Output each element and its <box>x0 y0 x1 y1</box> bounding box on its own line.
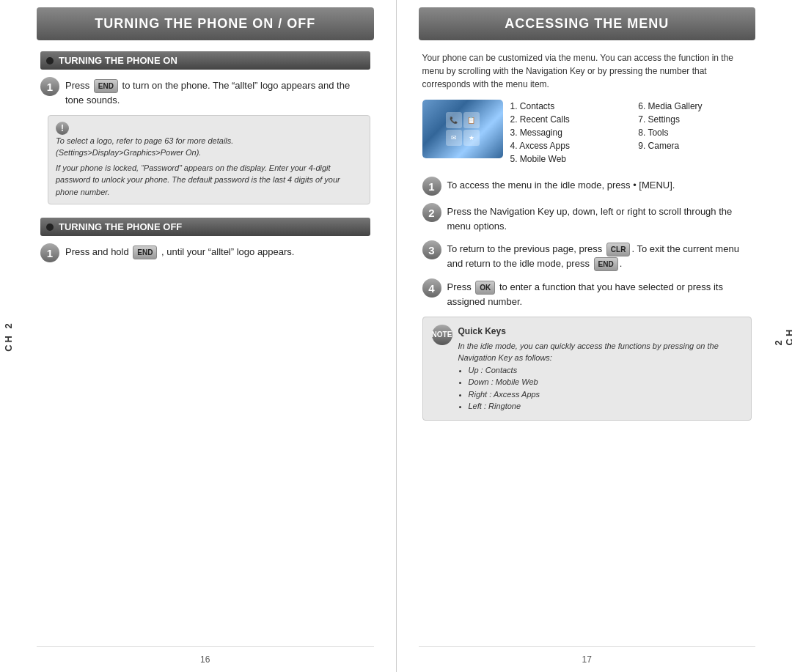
right-page: CH2 ACCESSING THE MENU Your phone can be… <box>397 0 793 672</box>
left-page: CH 2 TURNING THE PHONE ON / OFF TURNING … <box>0 0 397 672</box>
icon-contacts: 📞 <box>446 112 462 128</box>
menu-item-8: 8. Tools <box>638 126 752 139</box>
right-step-num-1: 1 <box>422 177 441 196</box>
menu-list-columns: 1. Contacts 2. Recent Calls 3. Messaging… <box>510 100 752 166</box>
left-page-title: TURNING THE PHONE ON / OFF <box>37 7 374 40</box>
ch-label-left: CH 2 <box>3 321 14 352</box>
quick-keys-intro: In the idle mode, you can quickly access… <box>458 340 743 364</box>
menu-icon-box: 📞 📋 ✉ ★ <box>422 100 503 158</box>
menu-col-2: 6. Media Gallery 7. Settings 8. Tools 9.… <box>638 100 752 166</box>
step-1-off: 1 Press and hold END , until your “allte… <box>40 243 370 262</box>
note-item-2: If your phone is locked, “Password” appe… <box>56 162 362 199</box>
quick-key-4: Left : Ringtone <box>469 400 743 413</box>
icon-recent: 📋 <box>463 112 480 128</box>
step-number-1-on: 1 <box>40 77 59 96</box>
clr-button-icon: CLR <box>606 243 631 256</box>
quick-keys-list: Up : Contacts Down : Mobile Web Right : … <box>469 364 743 413</box>
right-step-2-text: Press the Navigation Key up, down, left … <box>447 203 752 233</box>
menu-item-4: 4. Axcess Apps <box>510 139 624 152</box>
menu-item-2: 2. Recent Calls <box>510 113 624 126</box>
quick-keys-box: NOTE Quick Keys In the idle mode, you ca… <box>422 317 752 421</box>
menu-item-3: 3. Messaging <box>510 126 624 139</box>
right-step-1-text: To access the menu in the idle mode, pre… <box>447 177 675 193</box>
right-steps: 1 To access the menu in the idle mode, p… <box>422 177 752 309</box>
right-intro-text: Your phone can be customized via the men… <box>422 51 752 91</box>
step-1-on: 1 Press END to turn on the phone. The “a… <box>40 77 370 108</box>
right-step-num-3: 3 <box>422 240 441 259</box>
end-button-icon-2: END <box>133 245 157 259</box>
right-page-number: 17 <box>419 646 756 672</box>
press-label-1: Press <box>65 80 89 91</box>
icon-msg: ✉ <box>446 130 462 146</box>
step-number-1-off: 1 <box>40 243 59 262</box>
menu-item-6: 6. Media Gallery <box>638 100 752 113</box>
right-step-3-text: To return to the previous page, press CL… <box>447 240 752 271</box>
section-phone-off-header: TURNING THE PHONE OFF <box>40 218 370 236</box>
menu-item-1: 1. Contacts <box>510 100 624 113</box>
right-step-2: 2 Press the Navigation Key up, down, lef… <box>422 203 752 233</box>
right-step-num-4: 4 <box>422 278 441 298</box>
quick-key-1: Up : Contacts <box>469 364 743 377</box>
step-1-on-text: Press END to turn on the phone. The “all… <box>65 77 370 108</box>
ok-button-icon: OK <box>475 281 495 295</box>
section-phone-on-header: TURNING THE PHONE ON <box>40 51 370 70</box>
right-step-4-text: Press OK to enter a function that you ha… <box>447 278 752 309</box>
note-item-1: To select a logo, refer to page 63 for m… <box>56 135 362 159</box>
menu-item-9: 9. Camera <box>638 139 752 152</box>
note-circle-icon: NOTE <box>432 325 452 345</box>
note-list-on: To select a logo, refer to page 63 for m… <box>56 135 362 199</box>
right-step-num-2: 2 <box>422 203 441 222</box>
ch-label-right: CH2 <box>773 327 792 345</box>
end-button-icon-3: END <box>594 257 618 271</box>
right-page-title: ACCESSING THE MENU <box>419 7 756 40</box>
end-button-icon: END <box>94 79 118 93</box>
chapter-sidebar-left: CH 2 <box>0 321 16 352</box>
right-step-4: 4 Press OK to enter a function that you … <box>422 278 752 309</box>
menu-col-1: 1. Contacts 2. Recent Calls 3. Messaging… <box>510 100 624 166</box>
quick-key-2: Down : Mobile Web <box>469 376 743 388</box>
quick-note-content: Quick Keys In the idle mode, you can qui… <box>458 325 743 413</box>
menu-icon-grid: 📞 📋 ✉ ★ <box>443 109 483 149</box>
menu-item-5: 5. Mobile Web <box>510 152 624 166</box>
chapter-sidebar-right: CH2 <box>776 327 792 345</box>
menu-item-7: 7. Settings <box>638 113 752 126</box>
menu-grid-area: 📞 📋 ✉ ★ 1. Contacts 2. Recent Calls 3. M… <box>422 100 752 166</box>
icon-apps: ★ <box>463 130 480 146</box>
right-step-1: 1 To access the menu in the idle mode, p… <box>422 177 752 196</box>
quick-key-3: Right : Axcess Apps <box>469 388 743 401</box>
note-box-on: ! To select a logo, refer to page 63 for… <box>48 115 370 205</box>
right-step-3: 3 To return to the previous page, press … <box>422 240 752 271</box>
note-icon: ! <box>56 122 69 135</box>
quick-keys-title: Quick Keys <box>458 325 743 338</box>
left-page-number: 16 <box>37 646 374 672</box>
step-1-off-text: Press and hold END , until your “alltel”… <box>65 243 294 259</box>
